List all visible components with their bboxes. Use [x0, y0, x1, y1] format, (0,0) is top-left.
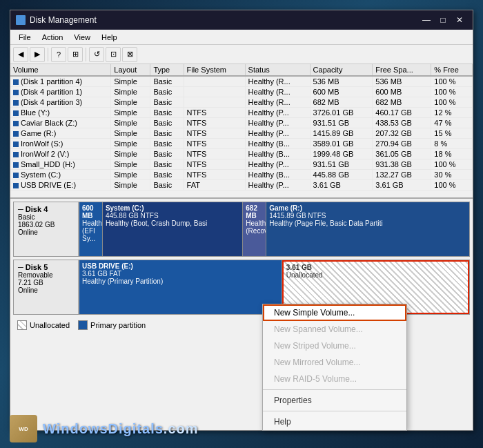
col-layout: Layout: [111, 64, 150, 76]
watermark: WD WindowsDigitals.com: [10, 415, 483, 442]
menu-file[interactable]: File: [13, 32, 37, 43]
disk4-size: 1863.02 GB: [18, 221, 74, 228]
table-row[interactable]: Small_HDD (H:)SimpleBasicNTFSHealthy (P.…: [10, 159, 473, 170]
titlebar: Disk Management — □ ✕: [10, 10, 473, 30]
table-row[interactable]: USB DRIVE (E:)SimpleBasicFATHealthy (P..…: [10, 180, 473, 191]
legend-primary: Primary partition: [78, 320, 146, 330]
disk4-seg1-status: Healthy (EFI Sy...: [82, 220, 99, 242]
properties-toolbar-button[interactable]: ⊞: [68, 47, 83, 62]
disk4-seg3-status: Healthy (Recov...: [246, 220, 263, 235]
disk4-seg2[interactable]: System (C:) 445.88 GB NTFS Healthy (Boot…: [103, 202, 243, 256]
disk5-unallocated-label: Unallocated: [286, 271, 465, 279]
disk4-seg3-name: 682 MB: [246, 204, 263, 220]
disk4-segments: 600 MB Healthy (EFI Sy... System (C:) 44…: [79, 202, 469, 256]
watermark-logo: WD: [10, 415, 37, 442]
disk4-seg2-size: 445.88 GB NTFS: [106, 212, 239, 220]
ctx-separator-2: [263, 411, 406, 411]
disk4-seg4-name: Game (R:): [269, 204, 466, 212]
legend-unallocated-label: Unallocated: [30, 321, 70, 329]
disk5-unallocated-size: 3.61 GB: [286, 264, 465, 271]
minimize-button[interactable]: —: [419, 13, 434, 27]
table-row[interactable]: IronWolf (S:)SimpleBasicNTFSHealthy (B..…: [10, 139, 473, 149]
table-row[interactable]: (Disk 4 partition 3)SimpleBasicHealthy (…: [10, 97, 473, 108]
col-percentfree: % Free: [431, 64, 473, 76]
legend-hatched-box: [17, 320, 27, 330]
back-button[interactable]: ◀: [13, 47, 28, 62]
ctx-help[interactable]: Help: [263, 413, 406, 430]
extra-button[interactable]: ⊠: [122, 47, 137, 62]
table-row[interactable]: Game (R:)SimpleBasicNTFSHealthy (P...141…: [10, 128, 473, 139]
disk4-seg2-name: System (C:): [106, 204, 239, 212]
ctx-new-spanned-volume: New Spanned Volume...: [263, 321, 406, 338]
disk5-size: 7.21 GB: [18, 279, 74, 286]
toolbar-separator-1: [48, 48, 48, 61]
table-row[interactable]: Blue (Y:)SimpleBasicNTFSHealthy (P...372…: [10, 108, 473, 118]
toolbar-separator-2: [86, 48, 86, 61]
toolbar: ◀ ▶ ? ⊞ ↺ ⊡ ⊠: [10, 45, 473, 64]
table-row[interactable]: Caviar Black (Z:)SimpleBasicNTFSHealthy …: [10, 118, 473, 128]
col-status: Status: [245, 64, 310, 76]
window-icon: [16, 15, 26, 25]
watermark-brand: WindowsDigitals: [43, 421, 164, 436]
disk4-seg4[interactable]: Game (R:) 1415.89 GB NTFS Healthy (Page …: [266, 202, 469, 256]
disk4-seg4-status: Healthy (Page File, Basic Data Partiti: [269, 220, 466, 227]
ctx-new-raid5-volume: New RAID-5 Volume...: [263, 371, 406, 387]
legend-primary-label: Primary partition: [90, 321, 146, 329]
disk4-seg4-size: 1415.89 GB NTFS: [269, 212, 466, 220]
table-row[interactable]: IronWolf 2 (V:)SimpleBasicNTFSHealthy (B…: [10, 149, 473, 159]
refresh-button[interactable]: ↺: [89, 47, 104, 62]
menu-view[interactable]: View: [68, 32, 96, 43]
help-toolbar-button[interactable]: ?: [51, 47, 66, 62]
disk4-type: Basic: [18, 213, 74, 221]
disk4-label: ─ Disk 4 Basic 1863.02 GB Online: [14, 202, 79, 256]
table-body: (Disk 1 partition 4)SimpleBasicHealthy (…: [10, 76, 473, 191]
table-header-row: Volume Layout Type File System Status Ca…: [10, 64, 473, 76]
disk4-seg1-name: 600 MB: [82, 204, 99, 220]
col-filesystem: File System: [184, 64, 245, 76]
window-controls: — □ ✕: [419, 13, 467, 27]
ctx-new-striped-volume: New Striped Volume...: [263, 338, 406, 354]
col-type: Type: [150, 64, 184, 76]
disk5-status: Online: [18, 286, 74, 294]
menubar: File Action View Help: [10, 30, 473, 45]
menu-help[interactable]: Help: [96, 32, 123, 43]
legend-unallocated: Unallocated: [17, 320, 70, 330]
context-menu: New Simple Volume... New Spanned Volume.…: [262, 304, 407, 431]
disk5-seg1-status: Healthy (Primary Partition): [82, 277, 279, 285]
forward-button[interactable]: ▶: [30, 47, 45, 62]
rescan-button[interactable]: ⊡: [106, 47, 121, 62]
disk4-panel: ─ Disk 4 Basic 1863.02 GB Online 600 MB …: [13, 202, 470, 257]
close-button[interactable]: ✕: [452, 13, 467, 27]
table-row[interactable]: System (C:)SimpleBasicNTFSHealthy (B...4…: [10, 170, 473, 180]
col-capacity: Capacity: [310, 64, 373, 76]
watermark-text: WindowsDigitals.com: [43, 421, 199, 437]
disk5-name: ─ Disk 5: [18, 263, 74, 271]
disk5-seg1-name: USB DRIVE (E:): [82, 262, 279, 270]
maximize-button[interactable]: □: [435, 13, 451, 27]
menu-action[interactable]: Action: [37, 32, 69, 43]
volume-table: Volume Layout Type File System Status Ca…: [10, 64, 473, 191]
col-volume: Volume: [10, 64, 111, 76]
legend-blue-box: [78, 320, 88, 330]
col-freespace: Free Spa...: [373, 64, 431, 76]
table-row[interactable]: (Disk 1 partition 4)SimpleBasicHealthy (…: [10, 76, 473, 87]
disk5-seg1[interactable]: USB DRIVE (E:) 3.61 GB FAT Healthy (Prim…: [79, 260, 282, 314]
table-row[interactable]: (Disk 4 partition 1)SimpleBasicHealthy (…: [10, 87, 473, 97]
ctx-new-simple-volume[interactable]: New Simple Volume...: [263, 304, 406, 321]
watermark-suffix: .com: [164, 421, 199, 436]
window-title: Disk Management: [30, 15, 419, 25]
disk4-seg1[interactable]: 600 MB Healthy (EFI Sy...: [79, 202, 103, 256]
disk5-label: ─ Disk 5 Removable 7.21 GB Online: [14, 260, 79, 314]
ctx-separator-1: [263, 389, 406, 390]
volume-table-area: Volume Layout Type File System Status Ca…: [10, 64, 473, 199]
disk4-seg2-status: Healthy (Boot, Crash Dump, Basi: [106, 220, 239, 227]
disk4-name: ─ Disk 4: [18, 205, 74, 213]
disk5-type: Removable: [18, 271, 74, 279]
disk4-status: Online: [18, 228, 74, 236]
ctx-properties[interactable]: Properties: [263, 392, 406, 409]
disk5-seg1-size: 3.61 GB FAT: [82, 270, 279, 277]
ctx-new-mirrored-volume: New Mirrored Volume...: [263, 354, 406, 371]
disk4-seg3[interactable]: 682 MB Healthy (Recov...: [243, 202, 266, 256]
